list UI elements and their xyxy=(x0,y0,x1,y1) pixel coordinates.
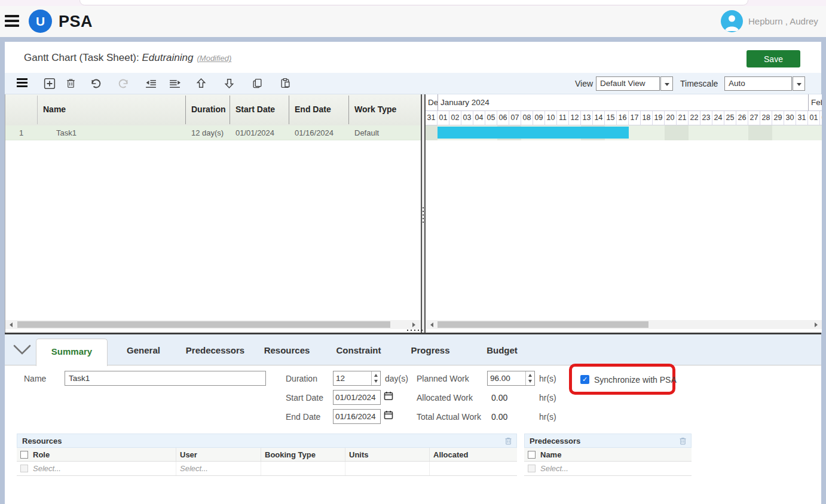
gantt-cell-29 xyxy=(772,125,784,140)
resources-title: Resources xyxy=(22,437,62,445)
resources-role-select[interactable]: Select... xyxy=(33,464,61,473)
timeline-day-18: 18 xyxy=(641,111,653,125)
tab-budget[interactable]: Budget xyxy=(466,334,538,365)
timeline-scroll-right-icon[interactable] xyxy=(812,321,819,328)
allocated-work-label: Allocated Work xyxy=(417,393,473,402)
task-row-number: 1 xyxy=(5,125,37,140)
task-end-date-cell[interactable]: 01/16/2024 xyxy=(289,125,348,140)
brand-logo-icon[interactable]: U xyxy=(29,10,52,33)
resources-col-user[interactable]: User xyxy=(176,448,261,461)
planned-work-stepper[interactable] xyxy=(487,371,535,386)
main-menu-icon[interactable] xyxy=(5,15,20,28)
duration-input[interactable] xyxy=(334,371,371,385)
outdent-icon[interactable] xyxy=(145,78,157,90)
timeline-day-4: 04 xyxy=(473,111,485,125)
duration-stepper[interactable] xyxy=(333,371,381,386)
task-start-date-cell[interactable]: 01/01/2024 xyxy=(230,125,289,140)
gantt-task-bar[interactable] xyxy=(438,127,629,139)
timeline-day-29: 29 xyxy=(772,111,784,125)
tab-general[interactable]: General xyxy=(108,334,179,365)
timeline-day-15: 15 xyxy=(605,111,617,125)
copy-icon[interactable] xyxy=(252,78,264,90)
task-name-cell[interactable]: Task1 xyxy=(37,125,185,140)
predecessors-select-all-checkbox[interactable] xyxy=(528,451,536,459)
tab-resources[interactable]: Resources xyxy=(251,334,323,365)
view-select-arrow-icon[interactable] xyxy=(660,76,673,91)
timeline-day-25: 25 xyxy=(724,111,736,125)
add-task-icon[interactable] xyxy=(44,78,56,90)
planned-work-spinner-icons[interactable] xyxy=(525,371,534,385)
end-date-calendar-icon[interactable] xyxy=(384,410,393,420)
predecessors-delete-icon[interactable] xyxy=(678,437,687,445)
tab-constraint[interactable]: Constraint xyxy=(323,334,394,365)
title-bar: Gantt Chart (Task Sheet): Edutraining(Mo… xyxy=(5,42,821,73)
grid-col-duration[interactable]: Duration xyxy=(185,94,230,125)
tab-predecessors[interactable]: Predecessors xyxy=(179,334,251,365)
user-name[interactable]: Hepburn , Audrey xyxy=(748,16,818,26)
duration-spinner-icons[interactable] xyxy=(371,371,380,385)
timescale-select[interactable]: Auto xyxy=(724,76,792,91)
gantt-cell-18 xyxy=(641,125,653,140)
predecessors-table: Predecessors Name Select... xyxy=(524,434,692,476)
name-input[interactable] xyxy=(65,371,266,386)
save-button[interactable]: Save xyxy=(747,50,800,67)
delete-task-icon[interactable] xyxy=(65,78,77,90)
view-select[interactable]: Default View xyxy=(596,76,660,91)
synchronize-checkbox[interactable]: ✓ xyxy=(580,375,589,384)
timeline-day-9: 09 xyxy=(533,111,545,125)
resources-col-booking-type[interactable]: Booking Type xyxy=(261,448,345,461)
redo-icon[interactable] xyxy=(117,78,129,90)
timeline-scroll-thumb[interactable] xyxy=(438,321,648,328)
grid-col-name[interactable]: Name xyxy=(37,94,185,125)
resources-columns: Role User Booking Type Units Allocated xyxy=(17,448,517,462)
collapse-panel-icon[interactable] xyxy=(13,345,31,357)
resources-delete-icon[interactable] xyxy=(504,437,513,445)
indent-icon[interactable] xyxy=(169,78,181,90)
resources-col-allocated[interactable]: Allocated xyxy=(430,448,517,461)
grid-col-end-date[interactable]: End Date xyxy=(289,94,348,125)
user-avatar[interactable] xyxy=(721,10,743,32)
resources-col-units[interactable]: Units xyxy=(345,448,430,461)
grid-scroll-thumb[interactable] xyxy=(17,321,390,328)
person-icon xyxy=(724,13,740,31)
timescale-label: Timescale xyxy=(680,79,718,88)
tab-summary[interactable]: Summary xyxy=(36,339,108,366)
task-work-type-cell[interactable]: Default xyxy=(348,125,421,140)
gantt-cell-0 xyxy=(426,125,438,140)
timeline-day-1: 01 xyxy=(438,111,449,125)
move-down-icon[interactable] xyxy=(224,78,235,90)
end-date-input[interactable] xyxy=(333,409,381,424)
move-up-icon[interactable] xyxy=(195,78,207,90)
resources-col-role[interactable]: Role xyxy=(33,450,50,459)
duration-unit: day(s) xyxy=(385,374,408,383)
timeline-day-12: 12 xyxy=(569,111,581,125)
resources-user-select[interactable]: Select... xyxy=(176,462,261,475)
grid-gantt-splitter[interactable] xyxy=(421,94,426,333)
paste-icon[interactable] xyxy=(280,78,292,90)
grid-scroll-right-icon[interactable] xyxy=(410,321,417,328)
resources-table: Resources Role User Booking Type Units A… xyxy=(17,434,517,476)
resources-select-all-checkbox[interactable] xyxy=(20,451,28,459)
planned-work-input[interactable] xyxy=(488,371,525,385)
start-date-calendar-icon[interactable] xyxy=(384,391,393,401)
start-date-input[interactable] xyxy=(333,390,381,405)
timeline-day-14: 14 xyxy=(593,111,605,125)
grid-col-work-type[interactable]: Work Type xyxy=(348,94,421,125)
predecessors-name-select[interactable]: Select... xyxy=(540,464,568,473)
browser-omnibox[interactable] xyxy=(79,0,748,5)
grid-menu-icon[interactable] xyxy=(17,78,29,90)
grid-col-start-date[interactable]: Start Date xyxy=(230,94,289,125)
undo-icon[interactable] xyxy=(90,78,102,90)
resources-units-cell xyxy=(345,462,430,475)
timeline-hscrollbar[interactable] xyxy=(426,320,822,329)
grid-hscrollbar[interactable] xyxy=(5,320,421,329)
modified-link[interactable]: (Modified) xyxy=(197,54,232,63)
task-duration-cell[interactable]: 12 day(s) xyxy=(185,125,230,140)
timescale-select-arrow-icon[interactable] xyxy=(793,76,805,91)
tab-progress[interactable]: Progress xyxy=(394,334,466,365)
gantt-toolbar: View Default View Timescale Auto xyxy=(5,73,821,94)
timeline-scroll-left-icon[interactable] xyxy=(429,321,436,328)
predecessors-col-name[interactable]: Name xyxy=(540,450,561,459)
grid-scroll-left-icon[interactable] xyxy=(8,321,15,328)
task-row[interactable]: 1 Task1 12 day(s) 01/01/2024 01/16/2024 … xyxy=(5,125,421,140)
